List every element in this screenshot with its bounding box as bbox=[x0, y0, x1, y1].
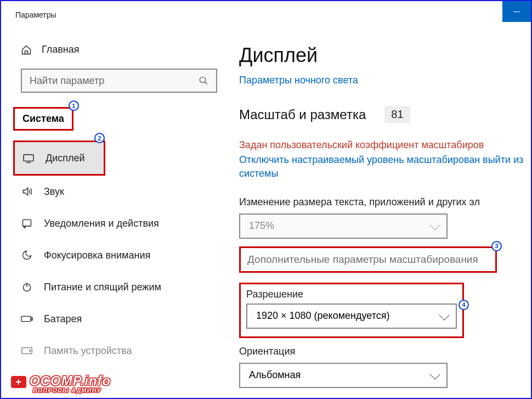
titlebar: Параметры bbox=[1, 1, 531, 29]
page-title: Дисплей bbox=[239, 44, 531, 67]
notifications-icon bbox=[21, 218, 33, 229]
svg-rect-7 bbox=[21, 316, 31, 321]
annotation-badge-4: 4 bbox=[459, 300, 469, 310]
night-light-link[interactable]: Параметры ночного света bbox=[239, 75, 531, 86]
sidebar-item-notifications[interactable]: Уведомления и действия bbox=[1, 207, 237, 239]
window-title: Параметры bbox=[15, 10, 56, 19]
text-size-label: Изменение размера текста, приложений и д… bbox=[239, 196, 531, 208]
sidebar-item-power[interactable]: Питание и спящий режим bbox=[1, 271, 237, 303]
sidebar-item-focus[interactable]: Фокусировка внимания bbox=[1, 239, 237, 271]
scale-warning: Задан пользовательский коэффициент масшт… bbox=[239, 138, 531, 152]
sidebar-item-label: Питание и спящий режим bbox=[44, 282, 161, 293]
scale-value-box: 81 bbox=[384, 106, 410, 123]
search-input[interactable]: Найти параметр bbox=[21, 69, 217, 93]
sidebar-home-label: Главная bbox=[42, 44, 80, 55]
sidebar-item-battery[interactable]: Батарея bbox=[1, 303, 237, 335]
sidebar-section-system: Система bbox=[13, 107, 73, 131]
resolution-select[interactable]: 1920 × 1080 (рекомендуется) bbox=[246, 304, 457, 329]
battery-icon bbox=[21, 314, 33, 323]
svg-rect-8 bbox=[31, 318, 32, 321]
text-size-value: 175% bbox=[249, 220, 274, 232]
svg-point-0 bbox=[200, 77, 206, 83]
focus-icon bbox=[21, 250, 33, 261]
main-panel: Дисплей Параметры ночного света Масштаб … bbox=[237, 29, 531, 398]
orientation-label: Ориентация bbox=[239, 346, 531, 357]
sidebar-item-label: Звук bbox=[44, 186, 64, 198]
orientation-select[interactable]: Альбомная bbox=[239, 363, 448, 388]
sidebar-item-label: Батарея bbox=[44, 313, 82, 325]
svg-line-1 bbox=[205, 82, 207, 85]
sidebar-item-storage[interactable]: Память устройства bbox=[1, 335, 237, 367]
home-icon bbox=[21, 44, 32, 55]
sidebar-item-sound[interactable]: Звук bbox=[1, 176, 237, 207]
scale-heading: Масштаб и разметка 81 bbox=[239, 106, 531, 123]
storage-icon bbox=[21, 346, 33, 355]
advanced-scaling-link[interactable]: 3 Дополнительные параметры масштабирован… bbox=[239, 246, 497, 273]
svg-point-10 bbox=[29, 350, 30, 351]
annotation-badge-2: 2 bbox=[94, 133, 105, 143]
disable-scaling-link[interactable]: Отключить настраиваемый уровень масштаби… bbox=[239, 153, 531, 181]
sidebar-home[interactable]: Главная bbox=[1, 44, 237, 55]
resolution-block: 4 Разрешение 1920 × 1080 (рекомендуется) bbox=[239, 283, 464, 338]
svg-rect-4 bbox=[23, 220, 31, 226]
display-icon bbox=[22, 153, 35, 163]
minimize-button[interactable] bbox=[502, 1, 531, 22]
watermark-icon: + bbox=[11, 376, 26, 388]
chevron-down-icon bbox=[429, 369, 440, 380]
chevron-down-icon bbox=[439, 310, 450, 321]
search-placeholder: Найти параметр bbox=[30, 75, 104, 87]
resolution-value: 1920 × 1080 (рекомендуется) bbox=[256, 310, 390, 322]
sidebar-item-label: Уведомления и действия bbox=[44, 218, 159, 229]
chevron-down-icon bbox=[429, 220, 440, 231]
text-size-select[interactable]: 175% bbox=[239, 213, 448, 239]
sidebar-item-label: Память устройства bbox=[44, 345, 132, 357]
sidebar-item-display[interactable]: Дисплей bbox=[15, 142, 104, 174]
sidebar-item-label: Дисплей bbox=[46, 153, 85, 164]
annotation-badge-1: 1 bbox=[69, 100, 79, 111]
sound-icon bbox=[21, 186, 33, 197]
search-icon bbox=[199, 76, 208, 86]
resolution-label: Разрешение bbox=[246, 289, 457, 300]
sidebar: Главная Найти параметр 1 Система 2 Диспл… bbox=[1, 29, 237, 398]
svg-rect-2 bbox=[24, 155, 33, 161]
annotation-badge-3: 3 bbox=[491, 241, 502, 251]
orientation-value: Альбомная bbox=[249, 369, 301, 381]
watermark: +OCOMP.info ВОПРОСЫ АДМИНУ bbox=[11, 373, 111, 394]
power-icon bbox=[21, 282, 33, 293]
sidebar-item-label: Фокусировка внимания bbox=[44, 250, 150, 261]
